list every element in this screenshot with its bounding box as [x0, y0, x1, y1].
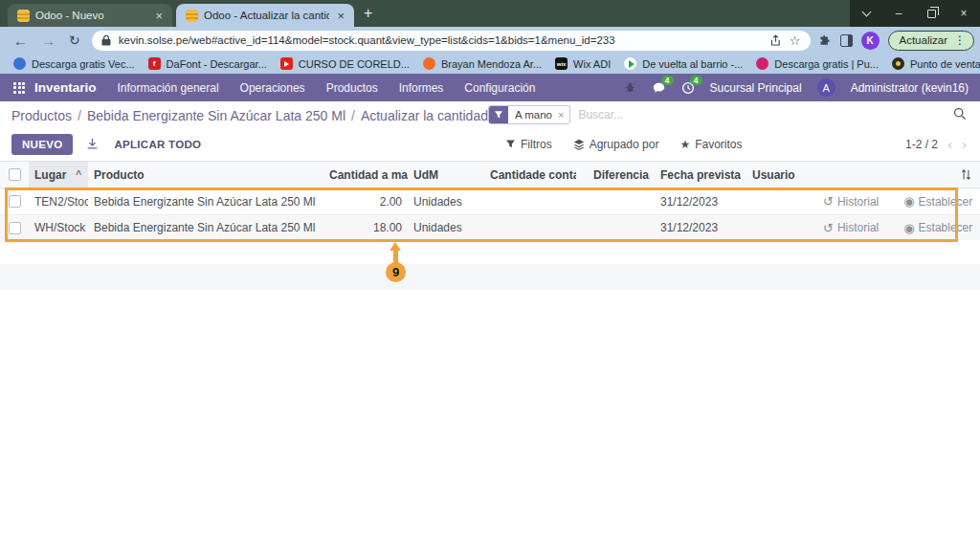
cell-udm[interactable]: Unidades: [408, 195, 484, 209]
apps-grid-icon[interactable]: [13, 82, 25, 94]
vecteezy-icon: [13, 57, 26, 70]
search-input[interactable]: [578, 108, 789, 121]
back-icon[interactable]: ←: [13, 33, 28, 49]
menu-operaciones[interactable]: Operaciones: [240, 81, 305, 95]
history-button[interactable]: ↺Historial: [823, 221, 879, 235]
address-bar[interactable]: kevin.solse.pe/web#active_id=114&model=s…: [92, 31, 811, 51]
bookmark-label: Brayan Mendoza Ar...: [441, 58, 542, 70]
favorites-label: Favoritos: [695, 138, 742, 151]
menu-informacion-general[interactable]: Información general: [118, 81, 219, 95]
youtube-icon: [280, 57, 293, 70]
header-lugar[interactable]: Lugar ^: [29, 162, 88, 187]
cell-udm[interactable]: Unidades: [408, 221, 484, 234]
tab-search-icon[interactable]: [850, 0, 882, 27]
group-by-label: Agrupado por: [590, 138, 659, 151]
cell-fecha[interactable]: 31/12/2023: [655, 195, 746, 209]
header-diferencia[interactable]: Diferencia: [576, 168, 655, 182]
group-by-button[interactable]: Agrupado por: [573, 138, 659, 151]
empty-row-stripe: [0, 241, 980, 264]
activities-button[interactable]: 4: [681, 81, 695, 95]
reload-icon[interactable]: ↻: [69, 33, 80, 48]
header-contada[interactable]: Cantidade contada: [484, 168, 576, 182]
pos-icon: [892, 57, 904, 70]
facet-remove-icon[interactable]: ×: [557, 109, 569, 121]
header-usuario[interactable]: Usuario: [746, 168, 823, 182]
dafont-icon: f: [148, 57, 161, 70]
share-icon[interactable]: [769, 34, 782, 47]
search-facet[interactable]: A mano ×: [488, 105, 570, 124]
breadcrumb-product[interactable]: Bebida Energizante Sin Azúcar Lata 250 M…: [87, 108, 345, 123]
profile-avatar[interactable]: K: [861, 32, 880, 50]
pngtree-icon: [756, 57, 768, 70]
side-panel-icon[interactable]: [840, 34, 853, 47]
new-tab-button[interactable]: +: [364, 4, 372, 23]
set-button[interactable]: ◉Establecer: [903, 221, 972, 235]
cell-cantidad[interactable]: 18.00: [323, 221, 408, 234]
bookmark-item[interactable]: Brayan Mendoza Ar...: [423, 57, 542, 70]
star-icon: ★: [679, 138, 690, 151]
search-icon[interactable]: [953, 107, 967, 121]
lock-icon: [101, 34, 111, 46]
table-row[interactable]: WH/Stock Bebida Energizante Sin Azúcar L…: [0, 214, 980, 240]
tab-strip: Odoo - Nuevo × Odoo - Actualizar la cant…: [0, 0, 980, 27]
bookmark-item[interactable]: Descarga gratis | Pu...: [756, 57, 879, 70]
bookmark-item[interactable]: De vuelta al barrio -...: [624, 57, 743, 70]
app-name[interactable]: Inventario: [34, 80, 97, 95]
search-options: Filtros Agrupado por ★ Favoritos: [505, 138, 743, 151]
optional-columns-icon[interactable]: [960, 168, 972, 181]
cell-lugar[interactable]: WH/Stock: [29, 221, 88, 234]
bookmark-star-icon[interactable]: ☆: [790, 33, 801, 48]
bookmark-item[interactable]: f DaFont - Descargar...: [148, 57, 267, 70]
bookmark-item[interactable]: wix Wix ADI: [555, 57, 611, 70]
pager-next-icon[interactable]: ›: [962, 136, 967, 152]
export-icon[interactable]: [86, 138, 99, 150]
table-row[interactable]: TEN2/Stock Bebida Energizante Sin Azúcar…: [0, 188, 980, 214]
bookmark-item[interactable]: Punto de venta Ven...: [892, 57, 980, 70]
company-switcher[interactable]: Sucursal Principal: [710, 81, 802, 95]
new-button[interactable]: NUEVO: [11, 134, 73, 155]
bookmark-item[interactable]: Descarga gratis Vec...: [13, 57, 135, 70]
header-cantidad[interactable]: Cantidad a mano: [323, 168, 408, 182]
cell-fecha[interactable]: 31/12/2023: [655, 221, 746, 234]
close-icon[interactable]: ×: [947, 0, 980, 27]
cell-cantidad[interactable]: 2.00: [323, 195, 408, 209]
tab-close-icon[interactable]: ×: [335, 9, 346, 23]
browser-tab-inactive[interactable]: Odoo - Nuevo ×: [8, 4, 172, 27]
row-checkbox[interactable]: [9, 222, 21, 234]
row-checkbox[interactable]: [9, 195, 21, 208]
sort-asc-icon: ^: [76, 169, 81, 180]
forward-icon[interactable]: →: [41, 33, 56, 49]
header-udm[interactable]: UdM: [408, 168, 484, 182]
pager-prev-icon[interactable]: ‹: [947, 136, 952, 152]
apply-all-button[interactable]: APLICAR TODO: [114, 139, 201, 150]
select-all-checkbox[interactable]: [9, 168, 21, 181]
cell-producto[interactable]: Bebida Energizante Sin Azúcar Lata 250 M…: [88, 195, 323, 209]
extensions-icon[interactable]: [818, 33, 832, 47]
breadcrumb-productos[interactable]: Productos: [11, 108, 72, 123]
tab-close-icon[interactable]: ×: [153, 9, 165, 23]
user-menu[interactable]: Administrator (kevin16): [851, 81, 969, 95]
header-fecha[interactable]: Fecha prevista: [655, 168, 746, 182]
user-avatar[interactable]: A: [817, 78, 835, 97]
browser-tab-active[interactable]: Odoo - Actualizar la cantidad ×: [176, 4, 354, 27]
menu-informes[interactable]: Informes: [399, 81, 444, 95]
cell-producto[interactable]: Bebida Energizante Sin Azúcar Lata 250 M…: [88, 221, 323, 234]
control-row: NUEVO APLICAR TODO Filtros Agrupado por …: [0, 130, 980, 158]
bookmark-item[interactable]: CURSO DE CORELD...: [280, 57, 410, 70]
debug-icon[interactable]: [624, 81, 636, 94]
browser-update-button[interactable]: Actualizar ⋮: [888, 31, 975, 51]
header-producto[interactable]: Producto: [88, 168, 323, 182]
messages-button[interactable]: 4: [652, 81, 666, 95]
menu-productos[interactable]: Productos: [326, 81, 378, 95]
cell-lugar[interactable]: TEN2/Stock: [29, 195, 88, 209]
filters-button[interactable]: Filtros: [505, 138, 552, 151]
history-button[interactable]: ↺Historial: [823, 194, 879, 209]
menu-configuracion[interactable]: Configuración: [464, 81, 535, 95]
favorites-button[interactable]: ★ Favoritos: [679, 138, 742, 151]
minimize-icon[interactable]: –: [882, 0, 915, 27]
filter-facet-icon: [489, 105, 508, 124]
restore-icon[interactable]: [915, 0, 947, 27]
set-button[interactable]: ◉Establecer: [903, 194, 972, 209]
odoo-favicon-icon: [186, 10, 198, 22]
bookmark-label: Wix ADI: [573, 58, 611, 70]
